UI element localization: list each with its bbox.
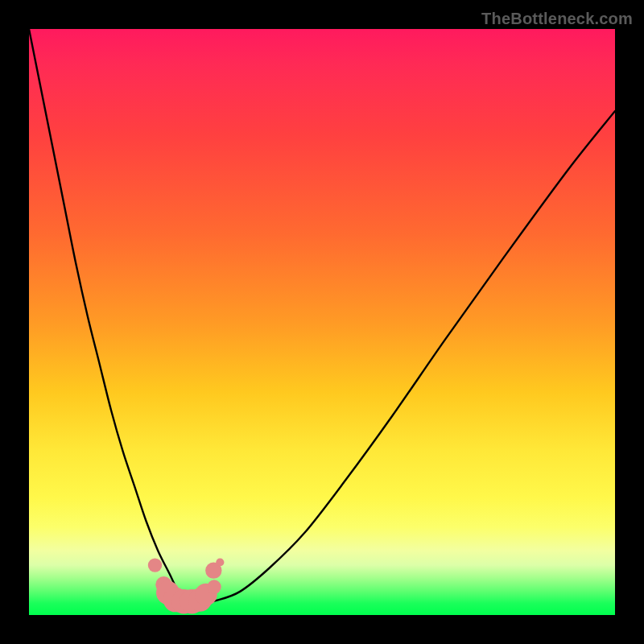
chart-frame: TheBottleneck.com bbox=[0, 0, 644, 644]
marker-dot bbox=[148, 558, 162, 572]
curve-line bbox=[29, 29, 615, 603]
marker-dot bbox=[216, 558, 224, 566]
chart-svg bbox=[29, 29, 615, 615]
plot-area bbox=[29, 29, 615, 615]
watermark: TheBottleneck.com bbox=[481, 10, 633, 28]
marker-dots bbox=[148, 558, 225, 613]
marker-dot bbox=[207, 580, 221, 593]
